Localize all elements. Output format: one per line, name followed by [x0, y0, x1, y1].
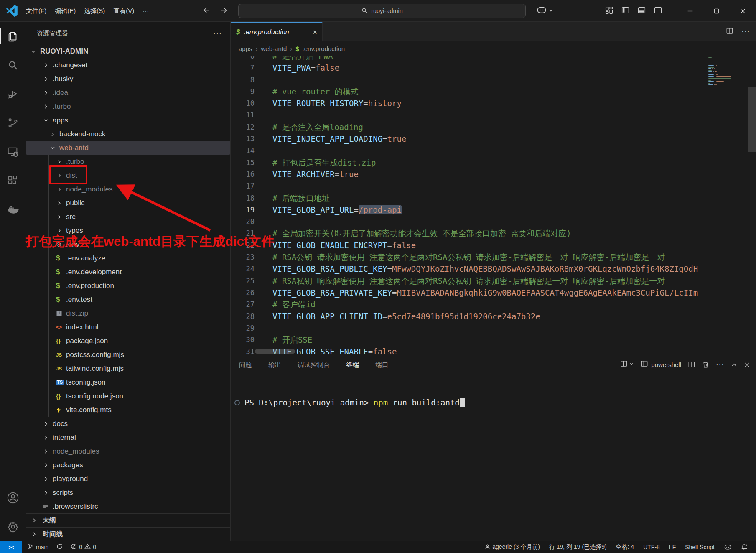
tree-item-docs[interactable]: docs — [26, 417, 230, 431]
cursor-position[interactable]: 行 19, 列 19 (已选择9) — [547, 541, 609, 553]
vertical-scrollbar[interactable] — [748, 87, 756, 152]
sidebar-section-大纲[interactable]: 大纲 — [26, 513, 230, 527]
tree-item-packages[interactable]: packages — [26, 458, 230, 472]
tree-item-backend-mock[interactable]: backend-mock — [26, 127, 230, 141]
tree-item-web-antd[interactable]: web-antd — [26, 141, 230, 155]
sidebar-header: 资源管理器 ··· — [26, 22, 230, 44]
activity-explorer-icon[interactable] — [0, 22, 26, 51]
activity-search-icon[interactable] — [0, 51, 26, 79]
activity-source-control-icon[interactable] — [0, 108, 26, 137]
customize-layout-icon[interactable] — [605, 6, 613, 16]
activity-run-debug-icon[interactable] — [0, 79, 26, 108]
close-button[interactable] — [730, 0, 756, 22]
tree-item-index.html[interactable]: <>index.html — [26, 320, 230, 334]
tree-item-scripts[interactable]: scripts — [26, 486, 230, 499]
eol[interactable]: LF — [667, 541, 678, 553]
copilot-status-icon[interactable] — [721, 541, 734, 553]
tree-item-postcss.config.mjs[interactable]: JSpostcss.config.mjs — [26, 348, 230, 362]
split-editor-icon[interactable] — [726, 27, 733, 36]
tree-item-.env.development[interactable]: $.env.development — [26, 265, 230, 279]
remote-indicator[interactable]: >< — [0, 541, 22, 553]
toggle-primary-sidebar-icon[interactable] — [621, 6, 630, 16]
minimize-button[interactable] — [677, 0, 703, 22]
copilot-menu[interactable] — [536, 0, 553, 22]
tree-item-.changeset[interactable]: .changeset — [26, 58, 230, 72]
notifications-bell-icon[interactable] — [738, 541, 750, 553]
activity-account-icon[interactable] — [0, 483, 26, 512]
chevron-right-icon — [43, 434, 52, 441]
tree-item-.turbo[interactable]: .turbo — [26, 99, 230, 113]
tree-item-tsconfig.node.json[interactable]: {}tsconfig.node.json — [26, 389, 230, 403]
warning-count: 0 — [93, 544, 96, 550]
tree-item-package.json[interactable]: {}package.json — [26, 334, 230, 348]
tree-item-node_modules[interactable]: node_modules — [26, 444, 230, 458]
tree-item-.browserslistrc[interactable]: .browserslistrc — [26, 499, 230, 513]
sidebar-more-icon[interactable]: ··· — [213, 29, 222, 38]
tree-item-dist.zip[interactable]: dist.zip — [26, 306, 230, 320]
panel-tab-问题[interactable]: 问题 — [239, 356, 252, 373]
terminal[interactable]: PS D:\project\ruoyi-admin> npm run build… — [231, 374, 756, 541]
tree-item-src[interactable]: src — [26, 210, 230, 224]
panel-more-icon[interactable]: ··· — [716, 360, 724, 369]
menu-编辑(E)[interactable]: 编辑(E) — [51, 7, 80, 15]
menu-查看(V)[interactable]: 查看(V) — [109, 7, 138, 15]
sidebar-section-时间线[interactable]: 时间线 — [26, 527, 230, 541]
tree-item-.idea[interactable]: .idea — [26, 86, 230, 99]
forward-icon[interactable] — [220, 6, 229, 16]
env-file-icon: $ — [56, 282, 66, 290]
tree-item-tailwind.config.mjs[interactable]: JStailwind.config.mjs — [26, 362, 230, 375]
breadcrumb-item-web-antd[interactable]: web-antd — [261, 45, 287, 52]
editor-more-icon[interactable]: ··· — [741, 27, 750, 36]
menu-选择(S)[interactable]: 选择(S) — [80, 7, 109, 15]
activity-settings-icon[interactable] — [0, 512, 26, 541]
code-line-31: 31VITE_GLOB_SSE_ENABLE=false — [231, 346, 707, 355]
panel-tab-输出[interactable]: 输出 — [268, 356, 282, 373]
toggle-panel-icon[interactable] — [637, 6, 646, 16]
horizontal-scrollbar[interactable] — [255, 349, 295, 354]
command-decoration-icon[interactable] — [234, 400, 240, 405]
back-icon[interactable] — [202, 6, 211, 16]
git-branch[interactable]: main — [25, 541, 51, 553]
tree-item-apps[interactable]: apps — [26, 113, 230, 127]
tree-item-vite.config.mts[interactable]: vite.config.mts — [26, 403, 230, 417]
tree-item-public[interactable]: public — [26, 196, 230, 210]
activity-remote-explorer-icon[interactable] — [0, 137, 26, 166]
new-terminal-button[interactable] — [620, 360, 634, 369]
maximize-panel-icon[interactable] — [731, 362, 737, 368]
blame-author[interactable]: ageerle (3 个月前) — [482, 541, 542, 553]
split-terminal-icon[interactable] — [688, 361, 695, 368]
panel-tab-终端[interactable]: 终端 — [346, 356, 360, 373]
tree-item-RUOYI-ADMIN[interactable]: RUOYI-ADMIN — [26, 44, 230, 58]
close-panel-icon[interactable] — [744, 362, 750, 368]
tab-close-icon[interactable]: × — [313, 28, 317, 37]
minimap[interactable] — [707, 56, 748, 355]
search-box[interactable]: ruoyi-admin — [238, 4, 526, 18]
tree-item-.env.production[interactable]: $.env.production — [26, 279, 230, 293]
kill-terminal-icon[interactable] — [702, 361, 709, 368]
sync-button[interactable] — [54, 541, 65, 553]
tree-item-.husky[interactable]: .husky — [26, 72, 230, 86]
tree-item-tsconfig.json[interactable]: TStsconfig.json — [26, 375, 230, 389]
tree-item-.env.test[interactable]: $.env.test — [26, 293, 230, 306]
tree-item-internal[interactable]: internal — [26, 431, 230, 444]
menu-more-icon[interactable]: ··· — [138, 8, 153, 15]
encoding[interactable]: UTF-8 — [641, 541, 662, 553]
tab-env-production[interactable]: $ .env.production × — [231, 22, 323, 41]
activity-extensions-icon[interactable] — [0, 166, 26, 195]
terminal-tab[interactable]: powershell — [641, 360, 681, 369]
tree-item-.env.analyze[interactable]: $.env.analyze — [26, 251, 230, 265]
maximize-button[interactable] — [703, 0, 730, 22]
code-area[interactable]: 6# 是否开启 PWA7VITE_PWA=false89# vue-router… — [231, 56, 707, 355]
breadcrumb-item-.env.production[interactable]: .env.production — [303, 45, 345, 52]
tree-item-playground[interactable]: playground — [26, 472, 230, 486]
activity-docker-icon[interactable] — [0, 195, 26, 224]
problems[interactable]: 0 0 — [68, 541, 99, 553]
panel-tab-调试控制台[interactable]: 调试控制台 — [297, 356, 331, 373]
breadcrumb-item-apps[interactable]: apps — [239, 45, 252, 52]
panel-tab-端口[interactable]: 端口 — [375, 356, 389, 373]
json-file-icon: {} — [56, 393, 66, 400]
language-mode[interactable]: Shell Script — [682, 541, 717, 553]
toggle-secondary-sidebar-icon[interactable] — [654, 6, 662, 16]
indentation[interactable]: 空格: 4 — [613, 541, 637, 553]
menu-文件(F)[interactable]: 文件(F) — [22, 7, 51, 15]
